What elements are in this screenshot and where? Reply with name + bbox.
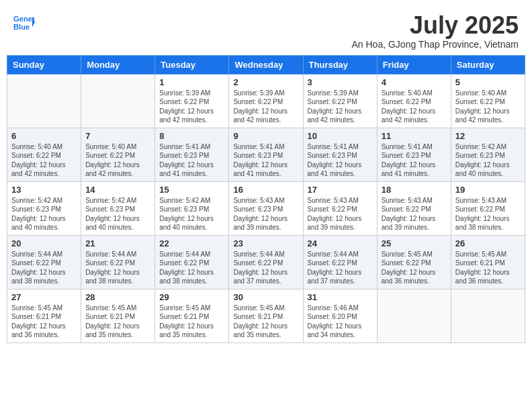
day-info: Sunrise: 5:41 AM Sunset: 6:23 PM Dayligh…: [382, 142, 447, 179]
calendar-cell: 6Sunrise: 5:40 AM Sunset: 6:22 PM Daylig…: [7, 128, 81, 181]
day-info: Sunrise: 5:45 AM Sunset: 6:22 PM Dayligh…: [382, 250, 447, 286]
day-info: Sunrise: 5:40 AM Sunset: 6:22 PM Dayligh…: [455, 89, 521, 125]
day-number: 25: [382, 238, 447, 248]
day-info: Sunrise: 5:43 AM Sunset: 6:22 PM Dayligh…: [455, 196, 521, 232]
month-title: July 2025: [351, 12, 519, 39]
calendar-cell: 30Sunrise: 5:45 AM Sunset: 6:21 PM Dayli…: [229, 289, 303, 342]
day-number: 3: [308, 77, 373, 87]
day-number: 5: [455, 77, 521, 87]
page-header: General Blue July 2025 An Hoa, GJong Tha…: [7, 7, 525, 52]
svg-text:General: General: [13, 15, 35, 23]
calendar-cell: 3Sunrise: 5:39 AM Sunset: 6:22 PM Daylig…: [303, 74, 377, 128]
title-area: July 2025 An Hoa, GJong Thap Province, V…: [351, 12, 519, 50]
day-number: 12: [455, 131, 521, 141]
day-info: Sunrise: 5:40 AM Sunset: 6:22 PM Dayligh…: [382, 89, 447, 125]
day-number: 16: [233, 185, 298, 195]
day-info: Sunrise: 5:46 AM Sunset: 6:20 PM Dayligh…: [308, 304, 373, 340]
day-number: 18: [382, 185, 447, 195]
logo: General Blue: [13, 12, 35, 34]
calendar-cell: 22Sunrise: 5:44 AM Sunset: 6:22 PM Dayli…: [155, 235, 229, 289]
calendar-cell: 31Sunrise: 5:46 AM Sunset: 6:20 PM Dayli…: [303, 289, 377, 342]
calendar-cell: 9Sunrise: 5:41 AM Sunset: 6:23 PM Daylig…: [229, 128, 303, 181]
calendar-cell: 20Sunrise: 5:44 AM Sunset: 6:22 PM Dayli…: [7, 235, 81, 289]
day-number: 9: [233, 131, 298, 141]
calendar-cell: 10Sunrise: 5:41 AM Sunset: 6:23 PM Dayli…: [303, 128, 377, 181]
day-info: Sunrise: 5:40 AM Sunset: 6:22 PM Dayligh…: [11, 142, 77, 179]
day-number: 2: [233, 77, 298, 87]
day-number: 6: [11, 131, 77, 141]
calendar-cell: 2Sunrise: 5:39 AM Sunset: 6:22 PM Daylig…: [229, 74, 303, 128]
day-number: 28: [85, 292, 150, 302]
calendar-cell: 4Sunrise: 5:40 AM Sunset: 6:22 PM Daylig…: [377, 74, 451, 128]
calendar-cell: 27Sunrise: 5:45 AM Sunset: 6:21 PM Dayli…: [7, 289, 81, 342]
calendar-cell: 29Sunrise: 5:45 AM Sunset: 6:21 PM Dayli…: [155, 289, 229, 342]
calendar-cell: 17Sunrise: 5:43 AM Sunset: 6:22 PM Dayli…: [303, 181, 377, 235]
day-header-sunday: Sunday: [7, 55, 81, 74]
day-number: 26: [455, 238, 521, 248]
calendar-week-4: 20Sunrise: 5:44 AM Sunset: 6:22 PM Dayli…: [7, 235, 525, 289]
day-number: 14: [85, 185, 150, 195]
day-info: Sunrise: 5:44 AM Sunset: 6:22 PM Dayligh…: [11, 250, 77, 286]
day-number: 22: [159, 238, 224, 248]
day-info: Sunrise: 5:44 AM Sunset: 6:22 PM Dayligh…: [159, 250, 224, 286]
calendar-cell: 7Sunrise: 5:40 AM Sunset: 6:22 PM Daylig…: [81, 128, 155, 181]
day-info: Sunrise: 5:41 AM Sunset: 6:23 PM Dayligh…: [233, 142, 298, 179]
day-number: 8: [159, 131, 224, 141]
calendar-cell: 24Sunrise: 5:44 AM Sunset: 6:22 PM Dayli…: [303, 235, 377, 289]
day-info: Sunrise: 5:44 AM Sunset: 6:22 PM Dayligh…: [85, 250, 150, 286]
day-info: Sunrise: 5:43 AM Sunset: 6:22 PM Dayligh…: [308, 196, 373, 232]
calendar-cell: 25Sunrise: 5:45 AM Sunset: 6:22 PM Dayli…: [377, 235, 451, 289]
day-number: 30: [233, 292, 298, 302]
day-number: 11: [382, 131, 447, 141]
calendar-cell: [377, 289, 451, 342]
calendar-cell: 12Sunrise: 5:42 AM Sunset: 6:23 PM Dayli…: [451, 128, 525, 181]
calendar-week-1: 1Sunrise: 5:39 AM Sunset: 6:22 PM Daylig…: [7, 74, 525, 128]
calendar-cell: 8Sunrise: 5:41 AM Sunset: 6:23 PM Daylig…: [155, 128, 229, 181]
calendar-cell: 28Sunrise: 5:45 AM Sunset: 6:21 PM Dayli…: [81, 289, 155, 342]
day-info: Sunrise: 5:45 AM Sunset: 6:21 PM Dayligh…: [11, 304, 77, 340]
day-number: 27: [11, 292, 77, 302]
day-info: Sunrise: 5:45 AM Sunset: 6:21 PM Dayligh…: [233, 304, 298, 340]
day-number: 15: [159, 185, 224, 195]
day-header-monday: Monday: [81, 55, 155, 74]
calendar-week-3: 13Sunrise: 5:42 AM Sunset: 6:23 PM Dayli…: [7, 181, 525, 235]
calendar-cell: 15Sunrise: 5:42 AM Sunset: 6:23 PM Dayli…: [155, 181, 229, 235]
day-header-wednesday: Wednesday: [229, 55, 303, 74]
calendar-week-5: 27Sunrise: 5:45 AM Sunset: 6:21 PM Dayli…: [7, 289, 525, 342]
calendar-cell: 5Sunrise: 5:40 AM Sunset: 6:22 PM Daylig…: [451, 74, 525, 128]
calendar-cell: 16Sunrise: 5:43 AM Sunset: 6:23 PM Dayli…: [229, 181, 303, 235]
calendar-header-row: SundayMondayTuesdayWednesdayThursdayFrid…: [7, 55, 525, 74]
calendar-cell: [81, 74, 155, 128]
day-info: Sunrise: 5:42 AM Sunset: 6:23 PM Dayligh…: [11, 196, 77, 232]
calendar-cell: 13Sunrise: 5:42 AM Sunset: 6:23 PM Dayli…: [7, 181, 81, 235]
day-info: Sunrise: 5:43 AM Sunset: 6:22 PM Dayligh…: [382, 196, 447, 232]
calendar-cell: 19Sunrise: 5:43 AM Sunset: 6:22 PM Dayli…: [451, 181, 525, 235]
day-info: Sunrise: 5:41 AM Sunset: 6:23 PM Dayligh…: [159, 142, 224, 179]
day-info: Sunrise: 5:45 AM Sunset: 6:21 PM Dayligh…: [85, 304, 150, 340]
day-number: 20: [11, 238, 77, 248]
day-number: 23: [233, 238, 298, 248]
day-info: Sunrise: 5:45 AM Sunset: 6:21 PM Dayligh…: [455, 250, 521, 286]
day-number: 24: [308, 238, 373, 248]
day-info: Sunrise: 5:40 AM Sunset: 6:22 PM Dayligh…: [85, 142, 150, 179]
day-number: 1: [159, 77, 224, 87]
calendar-cell: [7, 74, 81, 128]
day-info: Sunrise: 5:44 AM Sunset: 6:22 PM Dayligh…: [233, 250, 298, 286]
calendar-cell: 21Sunrise: 5:44 AM Sunset: 6:22 PM Dayli…: [81, 235, 155, 289]
calendar-table: SundayMondayTuesdayWednesdayThursdayFrid…: [7, 55, 525, 343]
day-number: 29: [159, 292, 224, 302]
calendar-cell: 26Sunrise: 5:45 AM Sunset: 6:21 PM Dayli…: [451, 235, 525, 289]
day-header-friday: Friday: [377, 55, 451, 74]
day-number: 7: [85, 131, 150, 141]
day-info: Sunrise: 5:44 AM Sunset: 6:22 PM Dayligh…: [308, 250, 373, 286]
day-number: 19: [455, 185, 521, 195]
svg-text:Blue: Blue: [13, 23, 30, 31]
day-info: Sunrise: 5:42 AM Sunset: 6:23 PM Dayligh…: [159, 196, 224, 232]
day-info: Sunrise: 5:39 AM Sunset: 6:22 PM Dayligh…: [159, 89, 224, 125]
day-info: Sunrise: 5:42 AM Sunset: 6:23 PM Dayligh…: [85, 196, 150, 232]
day-header-tuesday: Tuesday: [155, 55, 229, 74]
day-header-thursday: Thursday: [303, 55, 377, 74]
location-subtitle: An Hoa, GJong Thap Province, Vietnam: [351, 39, 519, 50]
day-info: Sunrise: 5:39 AM Sunset: 6:22 PM Dayligh…: [233, 89, 298, 125]
day-number: 13: [11, 185, 77, 195]
